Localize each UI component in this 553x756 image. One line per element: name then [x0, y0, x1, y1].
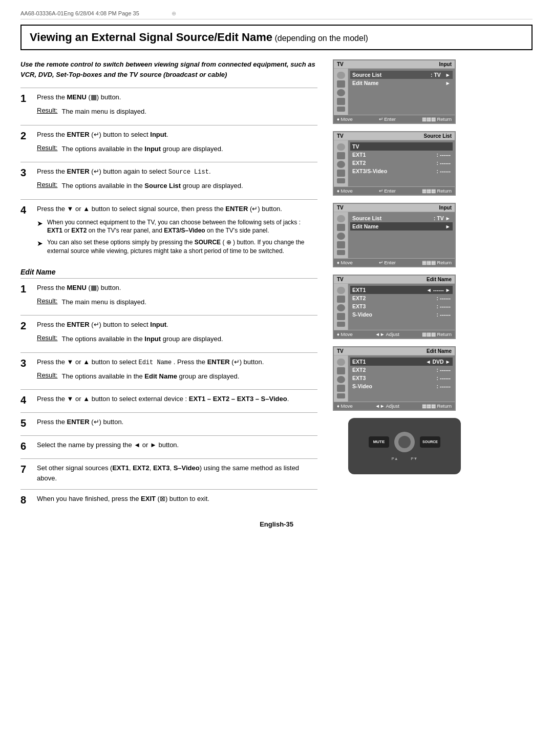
tv2-icon-4 [337, 170, 345, 177]
step-2-result: Result: The options available in the Inp… [37, 144, 317, 154]
edit-name-heading: Edit Name [20, 268, 317, 276]
step-3-num: 3 [20, 166, 31, 179]
edit-step-3-section: 3 Press the ▼ or ▲ button to select Edit… [20, 352, 317, 390]
edit-step-5-section: 5 Press the ENTER (↵) button. [20, 412, 317, 435]
tv2-main: TV EXT1: ------ EXT2: ------ EXT3/S-Vide… [348, 140, 455, 186]
tv4-row-2: EXT2: ------ [352, 294, 451, 302]
tv3-icon-1 [337, 215, 345, 222]
tv2-row-3: EXT2: ------ [352, 159, 451, 167]
edit-step-4-num: 4 [20, 394, 31, 406]
remote-top-row: MUTE SOURCE [369, 432, 440, 452]
tv4-bottom: ♦ Move ◄► Adjust ▦▦▦ Return [334, 330, 455, 338]
tv4-icon-3 [337, 304, 345, 311]
tv1-icons [334, 69, 348, 115]
edit-step-4-content: Press the ▼ or ▲ button to select extern… [37, 394, 317, 406]
tv2-icon-1 [337, 143, 345, 151]
tv3-icon-4 [337, 241, 345, 248]
tv5-icon-1 [337, 359, 345, 366]
edit-step-7-num: 7 [20, 463, 31, 483]
tv5-top-left: TV [337, 348, 344, 354]
edit-step-5-num: 5 [20, 417, 31, 429]
tv3-bottom: ♦ Move ↵ Enter ▦▦▦ Return [334, 258, 455, 266]
tv1-icon-4 [337, 98, 345, 105]
edit-step-8-section: 8 When you have finished, press the EXIT… [20, 489, 317, 512]
remote-source-btn: SOURCE [420, 436, 440, 448]
tv-screen-1: TV Input Source List : TV ► Edit Name [333, 59, 456, 124]
right-column: TV Input Source List : TV ► Edit Name [333, 59, 476, 512]
tv3-row-2: Edit Name ► [350, 222, 453, 230]
edit-step-7-content: Set other signal sources (EXT1, EXT2, EX… [37, 463, 317, 483]
tv5-top-right: Edit Name [427, 348, 452, 354]
tv-screen-5: TV Edit Name EXT1◄ DVD ► EXT2: ------ [333, 346, 456, 411]
tv3-icons [334, 212, 348, 258]
edit-step-1-num: 1 [20, 283, 31, 295]
tv2-top-left: TV [337, 133, 344, 139]
tv5-bottom: ♦ Move ◄► Adjust ▦▦▦ Return [334, 402, 455, 410]
tv3-top-right: Input [439, 205, 452, 211]
tv4-icon-2 [337, 296, 345, 303]
tv3-top-left: TV [337, 205, 344, 211]
tv2-top-right: Source List [424, 133, 452, 139]
tv4-icon-4 [337, 313, 345, 320]
tv3-icon-3 [337, 233, 345, 240]
tv2-icon-2 [337, 152, 345, 159]
edit-step-7-section: 7 Set other signal sources (EXT1, EXT2, … [20, 458, 317, 489]
tv3-icon-2 [337, 224, 345, 231]
step-3-result: Result: The options available in the Sou… [37, 181, 317, 191]
tv2-icon-3 [337, 161, 345, 168]
tv-screen-4: TV Edit Name EXT1◄ ------ ► EXT2: ----- [333, 275, 456, 339]
tv2-icons [334, 140, 348, 186]
step-4-num: 4 [20, 204, 31, 216]
edit-step-2-content: Press the ENTER (↵) button to select Inp… [37, 320, 317, 332]
edit-step-4-section: 4 Press the ▼ or ▲ button to select exte… [20, 389, 317, 412]
tv4-row-4: S-Video: ------ [352, 310, 451, 319]
edit-step-5-content: Press the ENTER (↵) button. [37, 417, 317, 429]
tv3-icon-5 [337, 250, 345, 255]
tv5-icons [334, 355, 348, 402]
tv5-main: EXT1◄ DVD ► EXT2: ------ EXT3: ------ S-… [348, 355, 455, 402]
tv5-row-3: EXT3: ------ [352, 374, 451, 382]
edit-step-6-content: Select the name by pressing the ◄ or ► b… [37, 440, 317, 452]
edit-step-3-content: Press the ▼ or ▲ button to select Edit N… [37, 357, 317, 369]
remote-area: MUTE SOURCE P▲ P▼ [333, 418, 476, 474]
tv4-icons [334, 284, 348, 330]
edit-step-3-result: Result: The options available in the Edi… [37, 371, 317, 382]
tv1-icon-1 [337, 72, 345, 79]
page-number: English-35 [20, 520, 533, 528]
tv2-bottom: ♦ Move ↵ Enter ▦▦▦ Return [334, 186, 455, 195]
tv3-main: Source List: TV ► Edit Name ► [348, 212, 455, 258]
remote-center-dial [394, 432, 415, 452]
tv1-row-2: Edit Name ► [352, 79, 451, 87]
main-title: Viewing an External Signal Source/Edit N… [20, 25, 533, 50]
tv2-icon-5 [337, 178, 345, 183]
tv1-icon-5 [337, 107, 345, 112]
tv5-icon-5 [337, 393, 345, 398]
tv5-icon-2 [337, 367, 345, 374]
tv2-row-1: TV [350, 142, 453, 151]
tv-screen-2: TV Source List TV EXT1: ------ [333, 131, 456, 196]
tv3-row-1: Source List: TV ► [352, 214, 451, 222]
step-4-content: Press the ▼ or ▲ button to select signal… [37, 204, 317, 216]
step-2-num: 2 [20, 130, 31, 142]
remote-label-row: P▲ P▼ [392, 456, 418, 461]
edit-step-1-section: 1 Press the MENU (▦) button. Result: The… [20, 278, 317, 316]
tv5-icon-3 [337, 376, 345, 383]
tv4-icon-1 [337, 287, 345, 294]
tv4-row-3: EXT3: ------ [352, 302, 451, 310]
tv4-icon-5 [337, 322, 345, 327]
edit-step-3-num: 3 [20, 357, 31, 369]
edit-step-1-content: Press the MENU (▦) button. [37, 283, 317, 295]
step-4-note-2: ➤ You can also set these options simply … [37, 238, 317, 256]
edit-step-2-result: Result: The options available in the Inp… [37, 334, 317, 344]
tv4-top-left: TV [337, 277, 344, 282]
tv5-icon-4 [337, 385, 345, 392]
step-3-content: Press the ENTER (↵) button again to sele… [37, 166, 317, 179]
step-4-section: 4 Press the ▼ or ▲ button to select sign… [20, 199, 317, 263]
step-1-num: 1 [20, 92, 31, 104]
step-4-note-1: ➤ When you connect equipment to the TV, … [37, 218, 317, 236]
tv1-main: Source List : TV ► Edit Name ► [348, 69, 455, 115]
edit-step-2-num: 2 [20, 320, 31, 332]
tv2-row-2: EXT1: ------ [352, 151, 451, 159]
tv5-row-4: S-Video: ------ [352, 382, 451, 390]
edit-step-8-num: 8 [20, 494, 31, 506]
